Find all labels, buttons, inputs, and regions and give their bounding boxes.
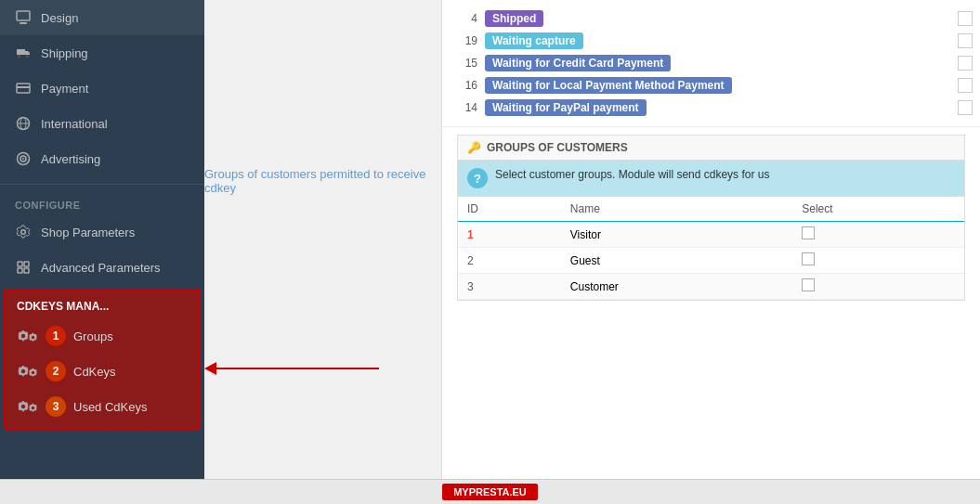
sidebar: Design Shipping Payment International Ad… <box>0 0 204 479</box>
sidebar-item-advertising[interactable]: Advertising <box>0 141 204 176</box>
groups-gear-icon <box>17 330 38 342</box>
cdkeys-item-cdkeys[interactable]: 2 CdKeys <box>6 354 199 389</box>
row-name-customer: Customer <box>561 274 792 300</box>
cdkeys-section: CDKEYS MANA... 1 Groups 2 CdKeys <box>4 289 201 430</box>
step-badge-3: 3 <box>46 396 66 417</box>
key-icon: 🔑 <box>467 141 481 154</box>
row-checkbox-customer[interactable] <box>802 278 815 291</box>
table-row: 2 Guest <box>458 248 964 274</box>
payment-icon <box>15 80 32 97</box>
svg-rect-5 <box>17 86 30 88</box>
gear-icon <box>15 224 32 240</box>
status-row-credit: 15 Waiting for Credit Card Payment <box>450 52 973 74</box>
table-row: 3 Customer <box>458 274 964 300</box>
col-select: Select <box>792 197 964 222</box>
status-badge-capture: Waiting capture <box>485 32 583 49</box>
sidebar-item-design[interactable]: Design <box>0 0 204 35</box>
col-name: Name <box>561 197 792 222</box>
sidebar-item-advanced-parameters[interactable]: Advanced Parameters <box>0 250 204 285</box>
sidebar-item-shop-parameters[interactable]: Shop Parameters <box>0 214 204 250</box>
sidebar-item-payment[interactable]: Payment <box>0 71 204 106</box>
groups-customer-wrapper: 🔑 GROUPS OF CUSTOMERS ? Select customer … <box>442 127 980 308</box>
row-checkbox-guest[interactable] <box>802 252 815 265</box>
svg-rect-1 <box>20 22 27 24</box>
step-badge-2: 2 <box>46 361 66 381</box>
status-badge-paypal: Waiting for PayPal payment <box>485 99 647 116</box>
footer-badge: MYPRESTA.EU <box>442 484 538 500</box>
row-id-visitor: 1 <box>467 228 474 241</box>
sidebar-item-international[interactable]: International <box>0 106 204 141</box>
svg-rect-0 <box>17 11 30 20</box>
status-row-capture: 19 Waiting capture <box>450 30 973 52</box>
status-row-shipped: 4 Shipped <box>450 7 973 30</box>
svg-point-11 <box>22 158 24 160</box>
status-checkbox-shipped[interactable] <box>958 11 973 26</box>
configure-section-title: CONFIGURE <box>0 192 204 214</box>
status-badge-shipped: Shipped <box>485 10 543 27</box>
svg-rect-15 <box>24 268 29 273</box>
groups-panel-header: 🔑 GROUPS OF CUSTOMERS <box>458 136 964 161</box>
content-area: Groups of customers permitted to receive… <box>204 0 441 479</box>
cdkeys-gear-icon <box>17 365 38 378</box>
row-name-visitor: Visitor <box>561 222 792 248</box>
international-icon <box>15 115 32 132</box>
design-icon <box>15 9 32 26</box>
status-checkbox-local[interactable] <box>958 78 973 93</box>
groups-table: ID Name Select 1 Visitor 2 <box>458 197 964 300</box>
svg-point-3 <box>26 55 29 58</box>
footer: MYPRESTA.EU <box>0 479 980 504</box>
status-checkbox-capture[interactable] <box>958 33 973 48</box>
row-id-customer: 3 <box>467 280 474 293</box>
groups-info-bar: ? Select customer groups. Module will se… <box>458 161 964 197</box>
info-icon: ? <box>467 168 488 188</box>
right-panel: 4 Shipped 19 Waiting capture 15 Waiting … <box>441 0 980 479</box>
cdkeys-item-groups[interactable]: 1 Groups <box>6 318 199 354</box>
arrow-indicator <box>204 362 379 375</box>
step-badge-1: 1 <box>46 326 66 346</box>
cdkeys-section-title: CDKEYS MANA... <box>6 294 199 318</box>
row-id-guest: 2 <box>467 254 474 267</box>
row-checkbox-visitor[interactable] <box>802 226 815 239</box>
advanced-icon <box>15 259 32 276</box>
advertising-icon <box>15 150 32 167</box>
svg-rect-13 <box>24 262 29 266</box>
cdkeys-item-used-cdkeys[interactable]: 3 Used CdKeys <box>6 389 199 424</box>
status-badge-credit: Waiting for Credit Card Payment <box>485 55 671 71</box>
table-row: 1 Visitor <box>458 222 964 248</box>
status-row-paypal: 14 Waiting for PayPal payment <box>450 97 973 119</box>
status-checkbox-credit[interactable] <box>958 56 973 71</box>
status-checkbox-paypal[interactable] <box>958 100 973 115</box>
svg-rect-14 <box>18 268 22 273</box>
row-name-guest: Guest <box>561 248 792 274</box>
col-id: ID <box>458 197 561 222</box>
svg-rect-12 <box>18 262 22 266</box>
svg-point-2 <box>18 55 20 58</box>
truck-icon <box>15 45 32 61</box>
used-cdkeys-gear-icon <box>17 400 38 413</box>
statuses-section: 4 Shipped 19 Waiting capture 15 Waiting … <box>442 0 980 127</box>
groups-label: Groups of customers permitted to receive… <box>204 167 441 195</box>
sidebar-item-shipping[interactable]: Shipping <box>0 35 204 71</box>
status-badge-local: Waiting for Local Payment Method Payment <box>485 77 732 94</box>
groups-panel: 🔑 GROUPS OF CUSTOMERS ? Select customer … <box>457 135 965 301</box>
status-row-local: 16 Waiting for Local Payment Method Paym… <box>450 74 973 97</box>
